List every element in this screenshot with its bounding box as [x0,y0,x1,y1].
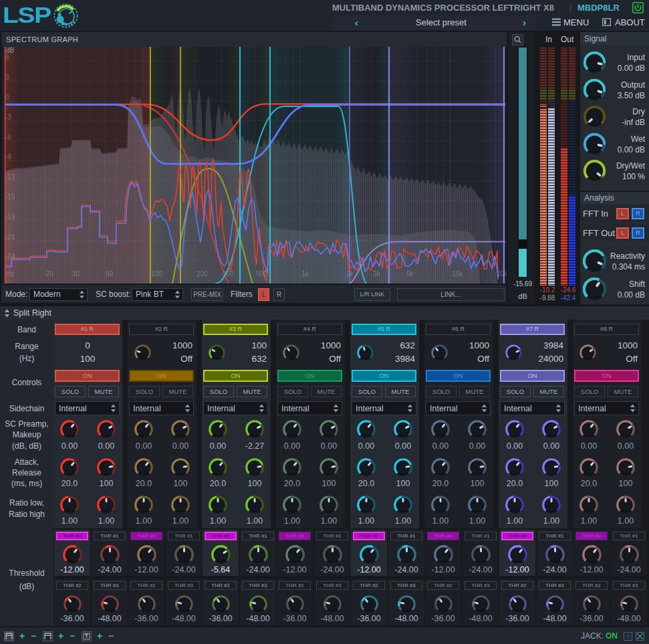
svg-text:-6: -6 [5,134,11,141]
svg-text:-15: -15 [5,193,15,201]
svg-text:6: 6 [5,53,9,61]
svg-text:?: ? [626,633,630,640]
svg-text:-18: -18 [5,213,15,221]
svg-text:Hz: Hz [6,270,14,278]
svg-text:20k: 20k [497,270,507,278]
svg-text:0: 0 [5,94,9,101]
svg-text:100: 100 [151,270,162,278]
svg-text:-12: -12 [5,173,15,181]
svg-text:30: 30 [72,270,80,278]
svg-text:-24: -24 [5,253,15,260]
svg-text:-9: -9 [5,153,11,160]
svg-text:200: 200 [197,270,208,278]
svg-text:500: 500 [256,270,267,278]
svg-text:2k: 2k [346,270,354,278]
svg-text:300: 300 [223,270,234,278]
svg-text:5k: 5k [406,270,414,278]
svg-text:50: 50 [106,270,114,278]
svg-text:3: 3 [5,74,9,81]
svg-text:20: 20 [46,270,54,278]
svg-text:10k: 10k [452,270,463,278]
svg-text:1k: 1k [301,270,309,278]
svg-text:-3: -3 [5,114,11,121]
svg-text:-21: -21 [5,233,15,241]
svg-text:3k: 3k [373,270,381,278]
